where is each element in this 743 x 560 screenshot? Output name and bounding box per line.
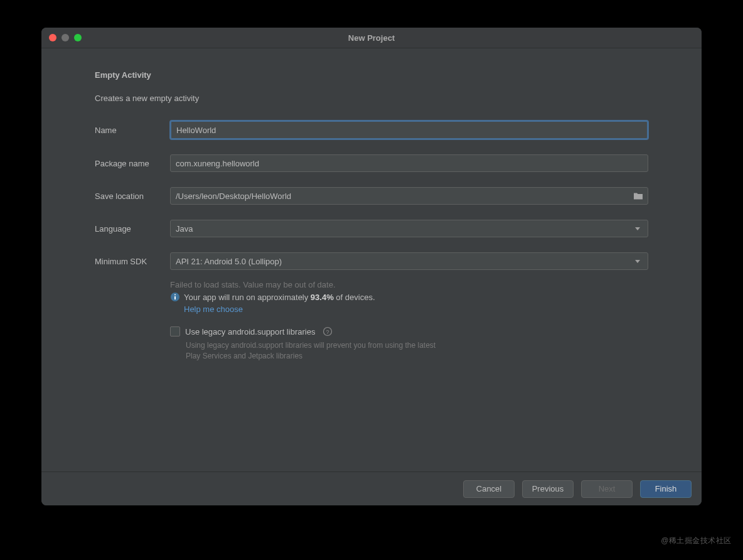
name-row: Name (95, 121, 648, 139)
help-icon[interactable]: ? (323, 326, 333, 337)
name-label: Name (95, 126, 170, 135)
window-title: New Project (348, 33, 395, 43)
package-input[interactable] (170, 154, 648, 172)
window-controls (49, 34, 82, 41)
legacy-hint: Using legacy android.support libraries w… (186, 340, 437, 362)
svg-text:?: ? (326, 329, 329, 335)
min-sdk-value: API 21: Android 5.0 (Lollipop) (176, 257, 282, 266)
min-sdk-select[interactable]: API 21: Android 5.0 (Lollipop) (170, 252, 648, 270)
language-row: Language Java (95, 220, 648, 237)
chevron-down-icon (635, 227, 640, 230)
next-button: Next (581, 480, 633, 498)
legacy-checkbox-row: Use legacy android.support libraries ? (170, 326, 648, 337)
watermark: @稀土掘金技术社区 (661, 536, 732, 546)
minimize-icon[interactable] (61, 34, 69, 41)
finish-button[interactable]: Finish (640, 480, 692, 498)
device-coverage-text: Your app will run on approximately 93.4%… (170, 292, 648, 302)
svg-point-2 (174, 294, 176, 296)
min-sdk-label: Minimum SDK (95, 257, 170, 266)
language-label: Language (95, 224, 170, 234)
coverage-percent: 93.4% (311, 293, 334, 302)
stats-fail-text: Failed to load stats. Value may be out o… (170, 280, 648, 289)
info-icon (170, 292, 180, 302)
page-heading: Empty Activity (95, 70, 648, 80)
help-me-choose-link[interactable]: Help me choose (184, 304, 648, 314)
page-subheading: Creates a new empty activity (95, 94, 648, 103)
cancel-button[interactable]: Cancel (463, 480, 515, 498)
close-icon[interactable] (49, 34, 56, 41)
dialog-content: Empty Activity Creates a new empty activ… (41, 48, 702, 471)
legacy-checkbox-label: Use legacy android.support libraries (185, 327, 315, 337)
min-sdk-row: Minimum SDK API 21: Android 5.0 (Lollipo… (95, 252, 648, 270)
previous-button[interactable]: Previous (522, 480, 574, 498)
language-select[interactable]: Java (170, 220, 648, 237)
name-input[interactable] (170, 121, 648, 139)
maximize-icon[interactable] (74, 34, 82, 41)
save-location-label: Save location (95, 191, 170, 201)
package-label: Package name (95, 159, 170, 168)
language-value: Java (176, 224, 193, 234)
new-project-dialog: New Project Empty Activity Creates a new… (41, 28, 702, 505)
package-row: Package name (95, 154, 648, 172)
save-location-row: Save location (95, 187, 648, 205)
titlebar: New Project (41, 28, 702, 48)
chevron-down-icon (635, 260, 640, 263)
dialog-footer: Cancel Previous Next Finish (41, 471, 702, 505)
sdk-info: Failed to load stats. Value may be out o… (170, 280, 648, 314)
svg-rect-1 (174, 296, 176, 299)
legacy-checkbox[interactable] (170, 326, 180, 337)
save-location-input[interactable] (170, 187, 648, 205)
